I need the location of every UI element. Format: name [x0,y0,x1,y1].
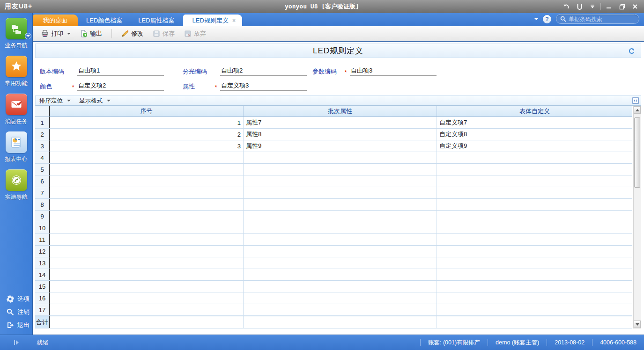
undo-icon[interactable] [561,2,571,11]
row-number[interactable]: 9 [35,211,49,222]
table-row[interactable]: 7 [35,187,632,199]
table-row[interactable]: 17 [35,304,632,316]
print-dropdown-icon[interactable] [67,33,71,35]
row-number[interactable]: 3 [35,140,49,152]
table-row[interactable]: 10 [35,222,632,234]
save-button[interactable]: 保存 [149,28,178,40]
cell-seq[interactable]: 3 [49,140,244,152]
row-number[interactable]: 2 [35,129,49,140]
tab-led-rule-definition[interactable]: LED规则定义 × [183,15,242,26]
cell-batch-attr[interactable] [244,175,437,187]
row-number[interactable]: 13 [35,257,49,269]
field-value[interactable]: 自由项2 [220,66,307,76]
refresh-icon[interactable] [628,48,635,56]
cell-body-custom[interactable] [437,234,632,245]
u-shortcut-icon[interactable] [574,2,585,11]
status-date[interactable]: 2013-08-02 [547,339,592,346]
cell-body-custom[interactable] [437,199,632,210]
cell-seq[interactable] [49,211,244,222]
cell-body-custom[interactable] [437,281,632,292]
help-icon[interactable]: ? [543,15,551,23]
cell-seq[interactable] [49,222,244,233]
column-header-seq[interactable]: 序号 [49,106,244,117]
export-button[interactable]: 输出 [76,28,106,40]
sidebar-item-business-nav[interactable]: 业务导航 [0,18,32,50]
table-row[interactable]: 15 [35,281,632,292]
cell-seq[interactable] [49,199,244,210]
row-number[interactable]: 7 [35,187,49,198]
tab-led-color-archive[interactable]: LED颜色档案 [79,15,130,26]
sidebar-collapse-icon[interactable] [0,339,33,346]
scroll-up-button[interactable] [634,106,641,114]
field-value[interactable]: 自定义项3 [220,81,307,91]
table-row[interactable]: 14 [35,269,632,281]
table-row[interactable]: 16 [35,292,632,304]
cell-body-custom[interactable] [437,164,632,175]
tab-list-chevron-icon[interactable] [534,18,538,20]
cell-body-custom[interactable]: 自定义项7 [437,117,632,128]
cell-body-custom[interactable] [437,222,632,233]
cell-seq[interactable] [49,269,244,280]
table-row[interactable]: 6 [35,175,632,187]
row-number[interactable]: 1 [35,117,49,128]
cell-seq[interactable] [49,281,244,292]
cell-seq[interactable]: 1 [49,117,244,128]
tab-close-icon[interactable]: × [232,18,236,23]
row-number[interactable]: 14 [35,269,49,280]
cell-batch-attr[interactable] [244,246,437,257]
sidebar-item-frequent[interactable]: 常用功能 [0,56,32,88]
cell-batch-attr[interactable] [244,234,437,245]
cell-body-custom[interactable] [437,304,632,315]
cell-batch-attr[interactable] [244,222,437,233]
sidebar-item-reports[interactable]: 报表中心 [0,131,32,163]
table-row[interactable]: 12 [35,246,632,257]
field-value[interactable]: 自定义项2 [77,81,164,91]
row-number[interactable]: 8 [35,199,49,210]
cell-seq[interactable] [49,187,244,198]
cell-body-custom[interactable]: 自定义项8 [437,129,632,140]
cell-body-custom[interactable]: 自定义项9 [437,140,632,152]
scrollbar-thumb[interactable] [634,117,640,188]
cell-batch-attr[interactable] [244,281,437,292]
row-number[interactable]: 4 [35,152,49,163]
cell-seq[interactable] [49,304,244,315]
print-button[interactable]: 打印 [37,28,74,40]
search-input[interactable] [569,16,629,22]
cell-batch-attr[interactable]: 属性8 [244,129,437,140]
table-row[interactable]: 5 [35,164,632,175]
sort-locate-button[interactable]: 排序定位 [39,97,71,105]
column-header-body-custom[interactable]: 表体自定义 [437,106,632,117]
cell-seq[interactable] [49,152,244,163]
table-row[interactable]: 11属性7自定义项7 [35,117,632,129]
cell-seq[interactable] [49,257,244,269]
table-row[interactable]: 4 [35,152,632,164]
cell-batch-attr[interactable] [244,292,437,304]
menu-chevron-icon[interactable] [587,2,598,11]
cell-batch-attr[interactable] [244,199,437,210]
vertical-scrollbar[interactable] [633,106,641,328]
cell-body-custom[interactable] [437,152,632,163]
sidebar-item-implementation[interactable]: 实施导航 [0,169,32,201]
row-number[interactable]: 17 [35,304,49,315]
modify-button[interactable]: 修改 [118,28,147,40]
table-row[interactable]: 11 [35,234,632,246]
cell-seq[interactable] [49,292,244,304]
cell-body-custom[interactable] [437,211,632,222]
cell-body-custom[interactable] [437,187,632,198]
row-number[interactable]: 5 [35,164,49,175]
cell-seq[interactable]: 2 [49,129,244,140]
cell-body-custom[interactable] [437,257,632,269]
field-value[interactable]: 自由项3 [350,66,437,76]
cell-batch-attr[interactable] [244,152,437,163]
scrollbar-track[interactable] [634,114,641,321]
row-number[interactable]: 16 [35,292,49,304]
cell-seq[interactable] [49,246,244,257]
cell-body-custom[interactable] [437,246,632,257]
column-header-batch-attr[interactable]: 批次属性 [244,106,437,117]
table-row[interactable]: 9 [35,211,632,222]
field-value[interactable]: 自由项1 [77,66,164,76]
cell-batch-attr[interactable] [244,187,437,198]
row-number[interactable]: 6 [35,175,49,187]
table-row[interactable]: 13 [35,257,632,269]
cell-batch-attr[interactable] [244,304,437,315]
